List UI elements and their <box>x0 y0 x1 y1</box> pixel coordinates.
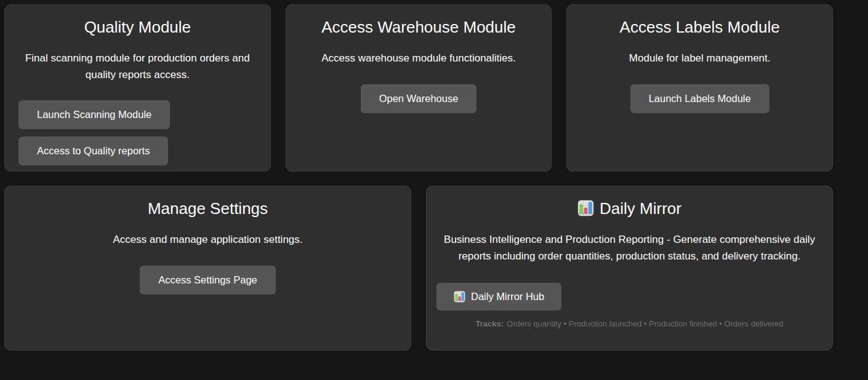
card-title: Quality Module <box>15 18 260 36</box>
modules-grid: Quality Module Final scanning module for… <box>4 4 833 350</box>
card-description: Final scanning module for production ord… <box>15 50 260 83</box>
access-quality-reports-button[interactable]: Access to Quality reports <box>18 137 168 165</box>
dashboard: Quality Module Final scanning module for… <box>0 0 868 380</box>
launch-scanning-module-button[interactable]: Launch Scanning Module <box>18 100 170 129</box>
tracks-note: Tracks:Orders quantity • Production laun… <box>436 319 822 328</box>
card-manage-settings: Manage Settings Access and manage applic… <box>4 186 411 350</box>
card-quality-module: Quality Module Final scanning module for… <box>4 4 271 172</box>
card-title-text: Daily Mirror <box>600 199 681 218</box>
card-description: Access warehouse module functionalities. <box>296 50 542 66</box>
card-title: Access Labels Module <box>577 18 822 36</box>
bar-chart-icon <box>454 291 465 303</box>
button-group: Launch Scanning Module Access to Quality… <box>15 100 260 165</box>
launch-labels-module-button[interactable]: Launch Labels Module <box>630 84 770 113</box>
bar-chart-icon <box>577 200 594 216</box>
card-title: Access Warehouse Module <box>296 18 542 36</box>
card-title: Manage Settings <box>15 199 401 218</box>
card-title: Daily Mirror <box>436 199 822 218</box>
open-warehouse-button[interactable]: Open Warehouse <box>361 84 477 113</box>
modules-row-top: Quality Module Final scanning module for… <box>4 4 833 172</box>
tracks-text: Orders quantity • Production launched • … <box>507 319 783 328</box>
button-group: Launch Labels Module <box>577 84 822 113</box>
button-group: Open Warehouse <box>296 84 542 113</box>
button-group: Daily Mirror Hub <box>436 283 822 311</box>
access-settings-page-button[interactable]: Access Settings Page <box>140 266 276 295</box>
button-label: Daily Mirror Hub <box>471 291 544 303</box>
tracks-label: Tracks: <box>476 319 504 328</box>
card-warehouse-module: Access Warehouse Module Access warehouse… <box>286 4 552 172</box>
card-daily-mirror: Daily Mirror Business Intelligence and P… <box>426 186 833 350</box>
card-labels-module: Access Labels Module Module for label ma… <box>566 4 833 172</box>
card-description: Business Intelligence and Production Rep… <box>436 231 822 264</box>
card-description: Module for label management. <box>577 50 822 66</box>
card-description: Access and manage application settings. <box>15 231 401 248</box>
modules-row-bottom: Manage Settings Access and manage applic… <box>4 186 833 350</box>
daily-mirror-hub-button[interactable]: Daily Mirror Hub <box>436 283 561 311</box>
button-group: Access Settings Page <box>15 266 401 295</box>
